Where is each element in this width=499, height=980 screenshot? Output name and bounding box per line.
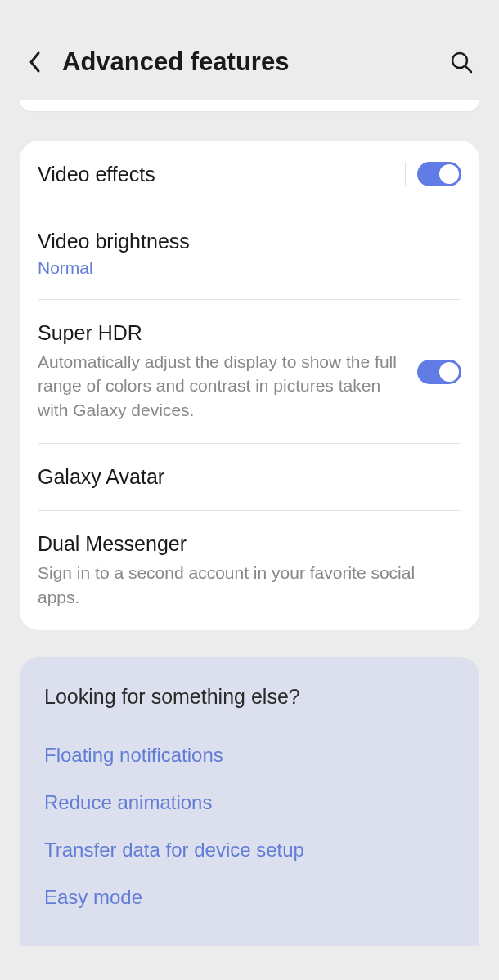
settings-card: Video effects Video brightness Normal Su… <box>20 141 479 630</box>
dual-messenger-row[interactable]: Dual Messenger Sign in to a second accou… <box>38 510 461 630</box>
super-hdr-row[interactable]: Super HDR Automatically adjust the displ… <box>38 299 461 443</box>
back-button[interactable] <box>23 50 47 74</box>
search-button[interactable] <box>447 47 476 77</box>
search-icon <box>449 50 474 74</box>
video-brightness-value: Normal <box>38 258 461 278</box>
suggestion-link-transfer-data[interactable]: Transfer data for device setup <box>44 826 455 874</box>
video-brightness-row[interactable]: Video brightness Normal <box>38 208 461 299</box>
header: Advanced features <box>0 0 499 100</box>
toggle-knob <box>439 164 459 184</box>
toggle-divider <box>405 162 406 186</box>
suggestions-title: Looking for something else? <box>44 685 455 709</box>
video-effects-toggle-wrap <box>405 162 461 186</box>
video-effects-row[interactable]: Video effects <box>38 141 461 208</box>
galaxy-avatar-label: Galaxy Avatar <box>38 465 461 489</box>
toggle-knob <box>439 362 459 382</box>
video-effects-label: Video effects <box>38 163 392 186</box>
dual-messenger-description: Sign in to a second account in your favo… <box>38 561 461 609</box>
suggestion-link-floating-notifications[interactable]: Floating notifications <box>44 732 455 779</box>
suggestion-link-reduce-animations[interactable]: Reduce animations <box>44 779 455 826</box>
suggestions-card: Looking for something else? Floating not… <box>20 657 479 946</box>
video-brightness-label: Video brightness <box>38 230 461 253</box>
previous-card-edge <box>20 100 479 111</box>
chevron-left-icon <box>28 50 43 74</box>
super-hdr-label: Super HDR <box>38 321 404 345</box>
page-title: Advanced features <box>62 47 432 77</box>
galaxy-avatar-row[interactable]: Galaxy Avatar <box>38 443 461 510</box>
super-hdr-toggle[interactable] <box>417 360 461 384</box>
super-hdr-description: Automatically adjust the display to show… <box>38 350 404 422</box>
dual-messenger-label: Dual Messenger <box>38 532 461 556</box>
suggestion-link-easy-mode[interactable]: Easy mode <box>44 874 455 921</box>
video-effects-toggle[interactable] <box>417 162 461 186</box>
svg-line-1 <box>465 66 471 72</box>
